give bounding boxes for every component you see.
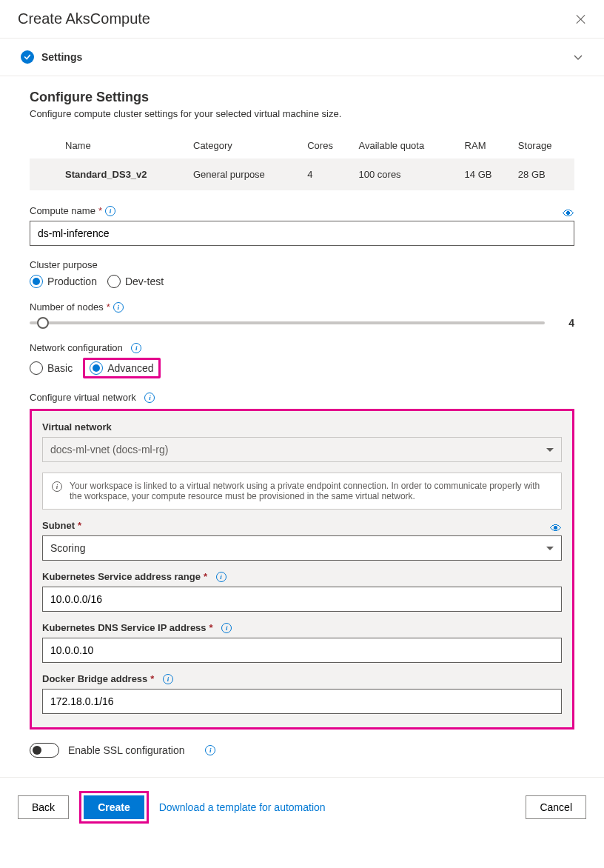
section-title: Configure Settings <box>30 90 574 105</box>
info-icon[interactable]: i <box>131 343 141 353</box>
info-icon[interactable]: i <box>216 572 226 582</box>
info-icon[interactable]: i <box>113 302 124 313</box>
info-icon[interactable]: i <box>105 206 115 216</box>
config-vnet-label: Configure virtual network <box>30 392 136 403</box>
subnet-label: Subnet <box>42 520 75 531</box>
create-button[interactable]: Create <box>84 795 144 819</box>
net-config-label: Network configuration <box>30 342 123 353</box>
section-subtitle: Configure compute cluster settings for y… <box>30 108 574 119</box>
docker-bridge-input[interactable] <box>42 689 562 714</box>
panel-title: Create AksCompute <box>18 10 150 27</box>
footer: Back Create Download a template for auto… <box>0 777 604 837</box>
close-icon[interactable] <box>576 14 586 24</box>
download-template-link[interactable]: Download a template for automation <box>159 801 326 813</box>
col-storage: Storage <box>512 133 574 158</box>
advanced-highlight: Advanced <box>83 358 160 378</box>
step-header[interactable]: Settings <box>0 39 604 76</box>
radio-advanced[interactable]: Advanced <box>90 361 153 375</box>
subnet-select[interactable]: Scoring <box>42 535 562 561</box>
docker-bridge-label: Docker Bridge address <box>42 673 147 684</box>
col-category: Category <box>187 133 301 158</box>
info-icon[interactable]: i <box>144 393 155 403</box>
step-label: Settings <box>41 51 82 63</box>
col-ram: RAM <box>459 133 512 158</box>
vnet-label: Virtual network <box>42 421 112 433</box>
slider-thumb[interactable] <box>37 317 49 329</box>
k8s-dns-label: Kubernetes DNS Service IP address <box>42 622 207 633</box>
vnet-select[interactable]: docs-ml-vnet (docs-ml-rg) <box>42 437 562 462</box>
compute-name-input[interactable] <box>30 221 574 246</box>
cancel-button[interactable]: Cancel <box>526 795 586 819</box>
radio-basic[interactable]: Basic <box>30 361 73 375</box>
create-highlight: Create <box>79 791 149 824</box>
vnet-info-note: i Your workspace is linked to a virtual … <box>42 473 562 510</box>
chevron-down-icon <box>546 547 554 550</box>
col-quota: Available quota <box>353 133 459 158</box>
vm-size-table: Name Category Cores Available quota RAM … <box>30 133 574 190</box>
radio-production[interactable]: Production <box>30 275 97 288</box>
col-cores: Cores <box>301 133 352 158</box>
info-icon[interactable]: i <box>205 745 215 755</box>
num-nodes-label: Number of nodes <box>30 301 104 313</box>
info-icon[interactable]: i <box>163 674 173 684</box>
info-icon[interactable]: i <box>221 623 232 633</box>
table-row: Standard_DS3_v2 General purpose 4 100 co… <box>30 158 574 190</box>
title-bar: Create AksCompute <box>0 0 604 39</box>
back-button[interactable]: Back <box>18 795 69 819</box>
radio-devtest[interactable]: Dev-test <box>107 275 164 288</box>
cluster-purpose-label: Cluster purpose <box>30 259 98 270</box>
ssl-label: Enable SSL configuration <box>68 744 184 756</box>
k8s-range-input[interactable] <box>42 587 562 612</box>
vnet-highlight-box: Virtual network docs-ml-vnet (docs-ml-rg… <box>30 409 574 730</box>
k8s-range-label: Kubernetes Service address range <box>42 571 201 582</box>
check-circle-icon <box>21 50 34 64</box>
col-name: Name <box>59 133 187 158</box>
compute-name-label: Compute name <box>30 205 95 216</box>
nodes-value: 4 <box>557 317 574 329</box>
preview-icon[interactable]: 👁 <box>563 207 574 221</box>
chevron-down-icon <box>546 448 554 452</box>
ssl-toggle[interactable] <box>30 743 59 758</box>
nodes-slider[interactable] <box>30 321 545 324</box>
chevron-down-icon <box>573 52 583 62</box>
preview-icon[interactable]: 👁 <box>550 522 562 535</box>
k8s-dns-input[interactable] <box>42 638 562 663</box>
info-icon: i <box>52 481 62 492</box>
